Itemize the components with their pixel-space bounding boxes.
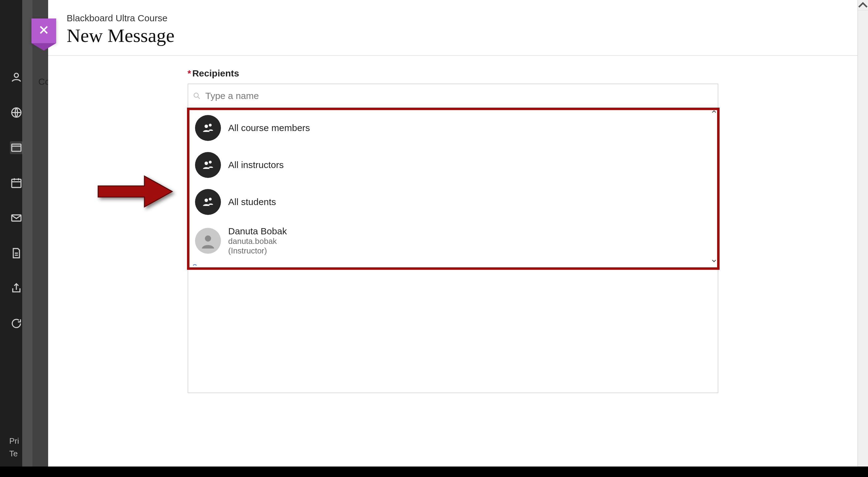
svg-rect-3 [12,179,21,188]
people-group-icon [195,152,221,178]
svg-point-6 [205,125,208,128]
suggestion-primary-label: Danuta Bobak [228,226,287,237]
chevron-up-icon [712,109,716,115]
suggestion-role: (Instructor) [228,246,287,255]
svg-point-7 [209,124,211,127]
recipients-suggestion-list: All course membersAll instructorsAll stu… [188,108,718,266]
window-scrollbar[interactable] [858,0,868,477]
annotation-arrow [95,170,178,214]
profile-icon[interactable] [10,71,23,84]
courses-icon[interactable] [10,141,23,154]
recipients-input[interactable] [206,84,718,108]
suggestion-group[interactable]: All students [192,183,718,220]
svg-rect-2 [12,144,21,151]
people-group-icon [195,115,221,141]
svg-point-8 [205,162,208,165]
suggestion-group[interactable]: All instructors [192,146,718,183]
suggestion-texts: All instructors [228,160,284,170]
svg-point-5 [194,93,198,97]
chevron-down-icon [712,259,716,264]
page-title: New Message [67,25,839,46]
rail-footer-line1: Pri [9,435,19,448]
background-page-strip: Co [22,0,48,467]
suggestion-primary-label: All instructors [228,160,284,170]
course-name: Blackboard Ultra Course [67,13,839,24]
svg-point-12 [205,236,211,242]
refresh-icon[interactable] [10,317,23,330]
suggestion-primary-label: All students [228,197,276,207]
panel-header: Blackboard Ultra Course New Message [48,0,858,56]
more-suggestions-link[interactable]: 8 more [188,261,219,266]
bottom-black-bar [0,467,868,477]
required-indicator: * [188,68,191,78]
close-icon [38,24,50,37]
rail-footer-text: Pri Te [9,435,19,461]
suggestion-texts: All students [228,197,276,207]
suggestion-texts: Danuta Bobakdanuta.bobak(Instructor) [228,226,287,255]
recipients-input-wrap[interactable] [188,83,718,108]
suggestion-primary-label: All course members [228,123,310,133]
recipients-label-text: Recipients [192,68,239,78]
close-button[interactable] [31,19,56,43]
svg-point-0 [14,73,18,77]
person-avatar-icon [195,228,221,254]
recipients-dropdown-area: All course membersAll instructorsAll stu… [188,108,718,393]
recipients-field: *Recipients All course membersAll instru… [188,68,718,393]
suggestion-texts: All course members [228,123,310,133]
svg-point-9 [209,161,211,163]
svg-point-11 [209,198,211,200]
recipients-label: *Recipients [188,68,718,79]
suggestion-person[interactable]: Danuta Bobakdanuta.bobak(Instructor) [192,220,718,261]
documents-icon[interactable] [10,247,23,260]
calendar-icon[interactable] [10,176,23,189]
share-icon[interactable] [10,282,23,295]
new-message-panel: Blackboard Ultra Course New Message *Rec… [48,0,858,477]
dropdown-scrollbar[interactable] [711,109,717,264]
svg-point-10 [205,199,208,202]
messages-icon[interactable] [10,211,23,225]
suggestion-group[interactable]: All course members [192,109,718,146]
search-icon [192,92,201,100]
scroll-up-button[interactable] [858,0,868,10]
rail-footer-line2: Te [9,447,19,461]
people-group-icon [195,189,221,215]
suggestion-username: danuta.bobak [228,237,287,246]
globe-icon[interactable] [10,106,23,119]
scrollbar-track[interactable] [858,10,868,467]
